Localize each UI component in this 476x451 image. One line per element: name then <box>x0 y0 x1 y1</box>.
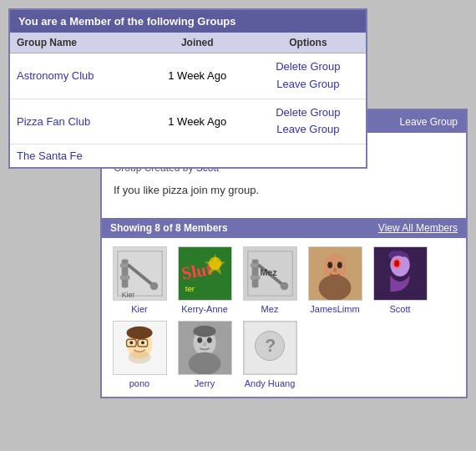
svg-text:Mez: Mez <box>260 267 277 277</box>
svg-text:?: ? <box>265 336 276 356</box>
joined-santafe <box>144 144 251 168</box>
table-row: The Santa Fe <box>10 144 366 168</box>
svg-point-44 <box>206 337 211 343</box>
options-pizza: Delete Group Leave Group <box>251 99 366 144</box>
members-header: Showing 8 of 8 Members View All Members <box>102 218 466 238</box>
list-item: Jerry <box>175 321 234 388</box>
svg-text:Kier: Kier <box>121 291 134 299</box>
svg-point-23 <box>318 275 351 301</box>
svg-text:ter: ter <box>185 284 195 293</box>
svg-rect-4 <box>119 276 129 280</box>
groups-header: You are a Member of the following Groups <box>10 10 366 33</box>
list-item: Kier Kier <box>110 246 169 314</box>
avatar <box>373 246 428 301</box>
leave-group-link-astronomy[interactable]: Leave Group <box>276 78 339 90</box>
member-name[interactable]: pono <box>129 378 149 388</box>
avatar: Slut ter <box>178 246 232 301</box>
delete-group-link-pizza[interactable]: Delete Group <box>276 106 340 119</box>
group-link-pizza[interactable]: Pizza Fan Club <box>17 115 90 128</box>
table-row: Pizza Fan Club 1 Week Ago Delete Group L… <box>10 99 366 144</box>
svg-point-38 <box>128 351 150 364</box>
member-name[interactable]: Mez <box>261 304 279 314</box>
member-name[interactable]: Jerry <box>195 378 215 388</box>
list-item: ? Andy Huang <box>241 321 299 388</box>
leave-group-link-pizza[interactable]: Leave Group <box>276 123 339 135</box>
svg-point-37 <box>140 341 144 344</box>
groups-table: Group Name Joined Options Astronomy Club… <box>10 33 366 167</box>
svg-rect-17 <box>250 276 260 280</box>
svg-point-26 <box>333 267 337 272</box>
svg-point-46 <box>193 326 215 337</box>
svg-point-30 <box>394 261 399 267</box>
joined-pizza: 1 Week Ago <box>144 99 251 144</box>
avatar: ? <box>243 321 297 375</box>
table-row: Astronomy Club 1 Week Ago Delete Group L… <box>10 53 366 99</box>
avatar <box>178 321 232 375</box>
svg-point-6 <box>149 282 158 291</box>
member-name[interactable]: Scott <box>389 304 410 314</box>
svg-point-36 <box>129 341 133 344</box>
leave-group-link[interactable]: Leave Group <box>400 116 458 128</box>
groups-header-text: You are a Member of the following Groups <box>18 15 236 28</box>
group-link-santafe[interactable]: The Santa Fe <box>17 149 83 162</box>
col-group-name: Group Name <box>10 33 144 53</box>
member-name[interactable]: Andy Huang <box>245 378 296 388</box>
member-name[interactable]: JamesLimm <box>310 304 359 314</box>
group-link-astronomy[interactable]: Astronomy Club <box>17 69 94 82</box>
avatar <box>113 321 167 375</box>
avatar: Kier <box>113 246 167 301</box>
list-item: pono <box>110 321 169 388</box>
svg-point-25 <box>337 261 342 268</box>
svg-point-19 <box>280 282 288 291</box>
col-joined: Joined <box>144 33 251 53</box>
list-item: JamesLimm <box>306 246 364 314</box>
social-description: If you like pizza join my group. <box>114 184 454 196</box>
list-item: Scott <box>371 246 429 314</box>
avatar <box>308 246 362 301</box>
member-name[interactable]: Kier <box>131 304 148 314</box>
delete-group-link-astronomy[interactable]: Delete Group <box>276 60 340 73</box>
list-item: Slut ter Kerry-Anne <box>175 246 234 314</box>
svg-point-24 <box>327 261 332 268</box>
options-santafe <box>251 144 366 168</box>
members-grid: Kier Kier Slut ter Kerry-Anne <box>102 238 466 397</box>
svg-point-45 <box>203 342 206 347</box>
view-all-members-link[interactable]: View All Members <box>378 222 458 234</box>
svg-point-43 <box>197 337 202 343</box>
list-item: Mez Mez <box>241 246 299 314</box>
col-options: Options <box>251 33 366 53</box>
avatar: Mez <box>243 246 297 301</box>
svg-point-39 <box>126 327 152 340</box>
svg-point-42 <box>188 352 220 375</box>
member-name[interactable]: Kerry-Anne <box>181 304 228 314</box>
groups-panel: You are a Member of the following Groups… <box>8 8 367 169</box>
members-count-label: Showing 8 of 8 Members <box>110 222 228 234</box>
joined-astronomy: 1 Week Ago <box>144 53 251 99</box>
options-astronomy: Delete Group Leave Group <box>251 53 366 99</box>
